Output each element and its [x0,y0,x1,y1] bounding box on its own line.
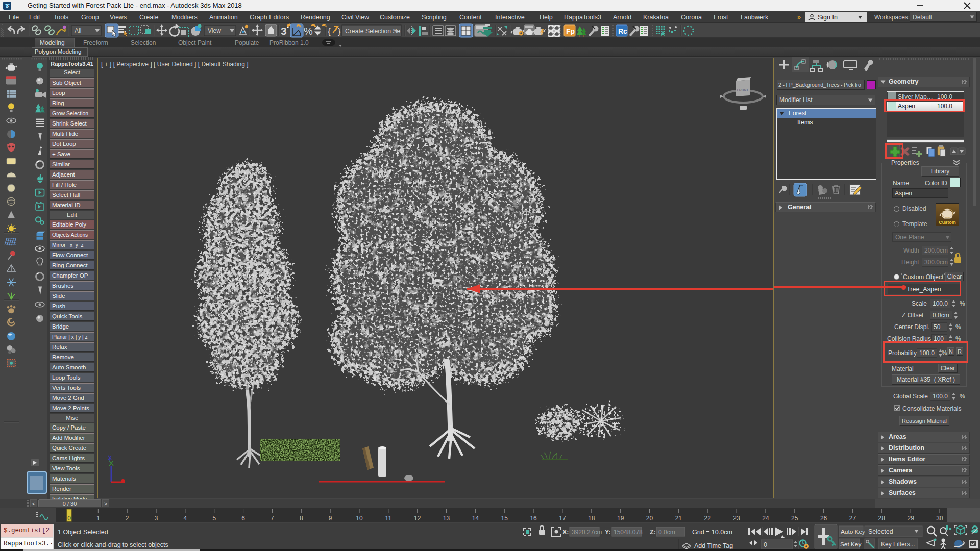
svg-text:12: 12 [414,515,421,522]
svg-text:Custom: Custom [939,220,956,225]
svg-text:6: 6 [241,515,245,522]
svg-text:10: 10 [356,515,363,522]
svg-text:Auto Key: Auto Key [841,528,865,535]
svg-text:View: View [208,27,221,34]
svg-text:0: 0 [764,541,767,548]
svg-text:A: A [661,31,665,37]
svg-text:11: 11 [385,515,392,522]
svg-text:3: 3 [6,3,9,9]
svg-text:24: 24 [762,515,769,522]
svg-text:7: 7 [271,515,274,522]
svg-text:Set Key: Set Key [840,541,861,548]
svg-text:19: 19 [617,515,624,522]
svg-text:X:: X: [562,529,569,536]
svg-text:22: 22 [704,515,712,522]
svg-text:20: 20 [646,515,653,522]
svg-text:Key Filters...: Key Filters... [881,541,915,548]
svg-text:21: 21 [675,515,682,522]
svg-text:Grid = 10.0cm: Grid = 10.0cm [692,529,732,536]
svg-text:3920.27cm: 3920.27cm [572,529,602,536]
svg-text:29: 29 [907,515,914,522]
svg-text:28: 28 [878,515,886,522]
svg-text:17: 17 [559,515,566,522]
svg-text:14: 14 [472,515,479,522]
svg-text:Z:: Z: [650,529,656,536]
svg-text:Add Time Tag: Add Time Tag [694,542,733,549]
svg-text:3: 3 [281,25,287,37]
svg-text:Create Selection Se: Create Selection Se [345,28,401,35]
svg-text:2: 2 [126,515,129,522]
svg-text:0.0cm: 0.0cm [658,529,675,536]
svg-text:30: 30 [936,515,943,522]
svg-text:23: 23 [733,515,740,522]
svg-text:}: } [338,27,341,36]
svg-text:1: 1 [96,515,100,522]
svg-text:15: 15 [501,515,508,522]
svg-text:25: 25 [791,515,798,522]
svg-text:5: 5 [212,515,216,522]
svg-text:Fp: Fp [566,27,575,35]
svg-text:3: 3 [155,515,158,522]
svg-text:27: 27 [849,515,856,522]
svg-text:FRONT: FRONT [737,88,748,92]
svg-text:26: 26 [820,515,827,522]
svg-text:16: 16 [530,515,537,522]
svg-text:8: 8 [300,515,303,522]
svg-text:{: { [328,27,331,36]
svg-text:9: 9 [329,515,332,522]
svg-text:4: 4 [184,515,187,522]
svg-text:Y:: Y: [605,529,611,536]
svg-text:All: All [75,27,81,34]
svg-text:13: 13 [443,515,450,522]
svg-text:%: % [304,26,313,37]
svg-text:Selected: Selected [868,528,893,535]
svg-text:18: 18 [588,515,595,522]
svg-text:Rc: Rc [618,27,627,35]
svg-text:15048.078: 15048.078 [614,529,643,536]
svg-text:0: 0 [67,515,71,522]
